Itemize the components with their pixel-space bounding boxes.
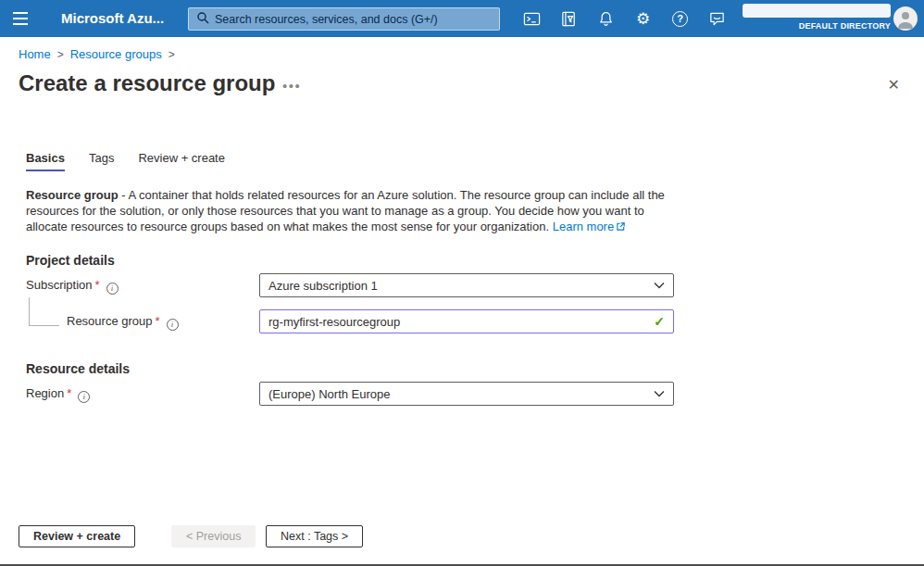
info-icon[interactable]: i (167, 319, 179, 331)
search-icon (196, 11, 209, 28)
region-label: Region*i (26, 386, 90, 403)
directories-filter-icon[interactable] (560, 10, 578, 28)
topbar-icon-group: ⚙ ? (523, 0, 726, 37)
settings-gear-icon[interactable]: ⚙ (634, 10, 652, 28)
app-title[interactable]: Microsoft Azu... (61, 0, 164, 37)
avatar[interactable] (893, 6, 918, 31)
wizard-tabs: Basics Tags Review + create (26, 151, 225, 171)
required-asterisk: * (95, 278, 100, 292)
notifications-bell-icon[interactable] (597, 10, 615, 28)
region-dropdown[interactable]: (Europe) North Europe (259, 382, 674, 406)
tab-basics[interactable]: Basics (26, 151, 65, 171)
required-asterisk: * (156, 314, 160, 328)
help-icon[interactable]: ? (671, 10, 689, 28)
more-options-icon[interactable]: ••• (282, 78, 301, 94)
project-details-heading: Project details (26, 253, 115, 268)
region-value: (Europe) North Europe (268, 387, 391, 401)
breadcrumb: Home > Resource groups > (19, 47, 181, 61)
subscription-label: Subscription*i (26, 278, 119, 295)
resource-group-input[interactable] (268, 315, 654, 329)
resource-group-label: Resource group*i (67, 314, 179, 331)
resource-group-description: Resource group - A container that holds … (26, 187, 668, 235)
azure-top-bar: Microsoft Azu... (0, 0, 924, 37)
tab-tags[interactable]: Tags (89, 151, 114, 171)
search-input[interactable] (215, 13, 492, 26)
tab-review-create[interactable]: Review + create (138, 151, 225, 171)
cloud-shell-icon[interactable] (523, 10, 541, 28)
info-icon[interactable]: i (78, 391, 90, 403)
subscription-dropdown[interactable]: Azure subscription 1 (259, 273, 674, 297)
close-icon[interactable]: ✕ (888, 76, 900, 94)
previous-button[interactable]: < Previous (171, 525, 256, 547)
hamburger-menu-icon[interactable] (11, 8, 31, 29)
learn-more-link[interactable]: Learn more (553, 220, 614, 233)
info-icon[interactable]: i (106, 283, 119, 295)
directory-label: DEFAULT DIRECTORY (799, 21, 891, 31)
page-title: Create a resource group (19, 70, 275, 96)
subscription-value: Azure subscription 1 (268, 279, 378, 293)
review-create-button[interactable]: Review + create (19, 525, 135, 547)
feedback-icon[interactable] (708, 10, 726, 28)
description-lead: Resource group (26, 188, 119, 202)
tree-connector-line (29, 297, 59, 326)
chevron-right-icon: > (162, 48, 181, 61)
account-email-redacted[interactable] (743, 4, 891, 18)
external-link-icon (616, 220, 626, 235)
next-tags-button[interactable]: Next : Tags > (266, 525, 363, 547)
chevron-down-icon (654, 282, 665, 289)
valid-check-icon: ✓ (654, 314, 665, 329)
global-search[interactable] (188, 7, 500, 31)
breadcrumb-resource-groups[interactable]: Resource groups (70, 47, 162, 61)
chevron-down-icon (654, 390, 665, 397)
resource-details-heading: Resource details (26, 361, 130, 376)
required-asterisk: * (67, 386, 71, 400)
chevron-right-icon: > (51, 48, 70, 61)
resource-group-input-wrap: ✓ (259, 309, 674, 333)
breadcrumb-home[interactable]: Home (19, 47, 51, 61)
